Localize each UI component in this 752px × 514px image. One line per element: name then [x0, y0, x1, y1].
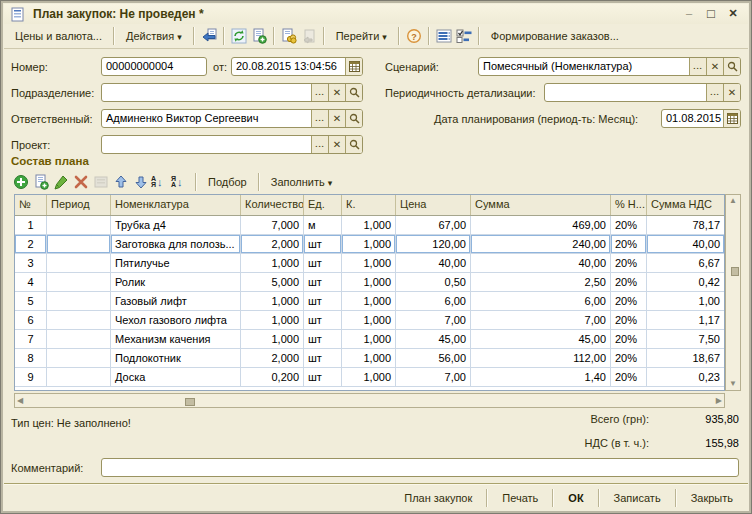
table-cell[interactable]: 45,00 — [471, 330, 611, 349]
prices-document-icon[interactable] — [280, 27, 298, 45]
table-row[interactable]: 5Газовый лифт1,000шт1,0006,006,0020%1,00 — [15, 292, 724, 311]
table-cell[interactable]: шт — [304, 292, 342, 311]
table-cell[interactable] — [47, 349, 111, 368]
minimize-icon[interactable] — [682, 7, 696, 21]
table-cell[interactable]: Чехол газового лифта — [111, 311, 241, 330]
goto-menu-button[interactable]: Перейти — [329, 27, 394, 45]
clear-icon[interactable]: ✕ — [723, 84, 740, 101]
table-cell[interactable]: 67,00 — [396, 216, 471, 235]
table-cell[interactable]: 56,00 — [396, 349, 471, 368]
close-icon[interactable] — [726, 7, 740, 21]
open-icon[interactable] — [345, 136, 362, 153]
table-cell[interactable]: 2,50 — [471, 273, 611, 292]
enter-based-on-icon[interactable] — [300, 27, 318, 45]
refresh-icon[interactable] — [230, 27, 248, 45]
table-cell[interactable]: м — [304, 216, 342, 235]
table-cell[interactable] — [47, 311, 111, 330]
table-cell[interactable]: шт — [304, 349, 342, 368]
table-cell[interactable]: 1,000 — [342, 235, 396, 254]
ok-button[interactable]: ОК — [558, 489, 593, 507]
table-cell[interactable]: 1,000 — [241, 254, 304, 273]
table-cell[interactable]: 0,50 — [396, 273, 471, 292]
table-cell[interactable]: 1,40 — [471, 368, 611, 387]
sort-asc-icon[interactable]: АЯ ↓ — [151, 173, 171, 191]
table-cell[interactable]: 5,000 — [241, 273, 304, 292]
clear-icon[interactable]: ✕ — [328, 110, 345, 127]
open-icon[interactable] — [345, 84, 362, 101]
copy-document-icon[interactable] — [250, 27, 268, 45]
table-cell[interactable]: Трубка д4 — [111, 216, 241, 235]
table-cell[interactable]: 9 — [15, 368, 47, 387]
table-cell[interactable] — [47, 273, 111, 292]
end-edit-icon[interactable] — [92, 173, 110, 191]
table-cell[interactable]: 7 — [15, 330, 47, 349]
actions-menu-button[interactable]: Действия — [119, 27, 189, 45]
table-cell[interactable]: шт — [304, 311, 342, 330]
move-down-icon[interactable] — [132, 173, 150, 191]
table-cell[interactable]: 45,00 — [396, 330, 471, 349]
table-cell[interactable]: 7,000 — [241, 216, 304, 235]
table-cell[interactable]: 1,000 — [342, 368, 396, 387]
table-cell[interactable]: 20% — [611, 216, 647, 235]
table-cell[interactable]: шт — [304, 368, 342, 387]
date-field[interactable]: 20.08.2015 13:04:56 — [231, 57, 363, 76]
calendar-icon[interactable] — [723, 110, 740, 127]
select-icon[interactable]: ... — [689, 58, 706, 75]
scroll-down-icon[interactable]: ▼ — [729, 380, 737, 388]
vertical-scrollbar[interactable]: ▲ ▼ — [725, 194, 741, 391]
table-cell[interactable]: 3 — [15, 254, 47, 273]
table-cell[interactable] — [47, 292, 111, 311]
table-cell[interactable]: 1,000 — [241, 311, 304, 330]
vertical-scroll-thumb[interactable] — [731, 267, 739, 276]
open-icon[interactable] — [723, 58, 740, 75]
clear-icon[interactable]: ✕ — [328, 84, 345, 101]
clear-icon[interactable]: ✕ — [328, 136, 345, 153]
table-cell[interactable]: 120,00 — [396, 235, 471, 254]
table-cell[interactable]: 20% — [611, 368, 647, 387]
edit-row-icon[interactable] — [52, 173, 70, 191]
table-cell[interactable]: 6 — [15, 311, 47, 330]
table-cell[interactable]: 1,000 — [241, 330, 304, 349]
project-field[interactable]: ... ✕ — [101, 135, 363, 154]
table-cell[interactable]: Газовый лифт — [111, 292, 241, 311]
table-row[interactable]: 6Чехол газового лифта1,000шт1,0007,007,0… — [15, 311, 724, 330]
checklist-icon[interactable] — [455, 27, 473, 45]
table-cell[interactable]: 4 — [15, 273, 47, 292]
table-cell[interactable]: шт — [304, 235, 342, 254]
scroll-up-icon[interactable]: ▲ — [729, 197, 737, 205]
department-field[interactable]: ... ✕ — [101, 83, 363, 102]
horizontal-scroll-thumb[interactable] — [185, 398, 195, 406]
table-cell[interactable]: 8 — [15, 349, 47, 368]
select-icon[interactable]: ... — [311, 110, 328, 127]
print-button[interactable]: Печать — [492, 489, 548, 507]
table-cell[interactable]: 20% — [611, 311, 647, 330]
structure-icon[interactable] — [435, 27, 453, 45]
table-cell[interactable] — [47, 254, 111, 273]
show-in-list-icon[interactable] — [200, 27, 218, 45]
table-cell[interactable]: 20% — [611, 235, 647, 254]
maximize-icon[interactable] — [704, 7, 718, 21]
table-cell[interactable]: 20% — [611, 273, 647, 292]
table-cell[interactable]: 2,000 — [241, 235, 304, 254]
close-button[interactable]: Закрыть — [681, 489, 743, 507]
add-row-icon[interactable] — [12, 173, 30, 191]
table-cell[interactable]: 20% — [611, 330, 647, 349]
table-row[interactable]: 2Заготовка для полозь...2,000шт1,000120,… — [15, 235, 724, 254]
planning-date-field[interactable]: 01.08.2015 — [661, 109, 741, 128]
comment-field[interactable] — [101, 458, 739, 477]
table-cell[interactable]: 0,23 — [647, 368, 724, 387]
prices-currency-button[interactable]: Цены и валюта... — [8, 27, 109, 45]
table-cell[interactable]: 6,67 — [647, 254, 724, 273]
select-icon[interactable]: ... — [311, 136, 328, 153]
help-icon[interactable]: ? — [405, 27, 423, 45]
table-cell[interactable]: 18,67 — [647, 349, 724, 368]
table-cell[interactable]: шт — [304, 330, 342, 349]
table-cell[interactable]: 469,00 — [471, 216, 611, 235]
table-cell[interactable]: 20% — [611, 254, 647, 273]
open-icon[interactable] — [345, 110, 362, 127]
table-row[interactable]: 7Механизм качения1,000шт1,00045,0045,002… — [15, 330, 724, 349]
table-cell[interactable]: Ролик — [111, 273, 241, 292]
select-icon[interactable]: ... — [311, 84, 328, 101]
table-row[interactable]: 9Доска0,200шт1,0007,001,4020%0,23 — [15, 368, 724, 387]
table-cell[interactable]: 20% — [611, 292, 647, 311]
